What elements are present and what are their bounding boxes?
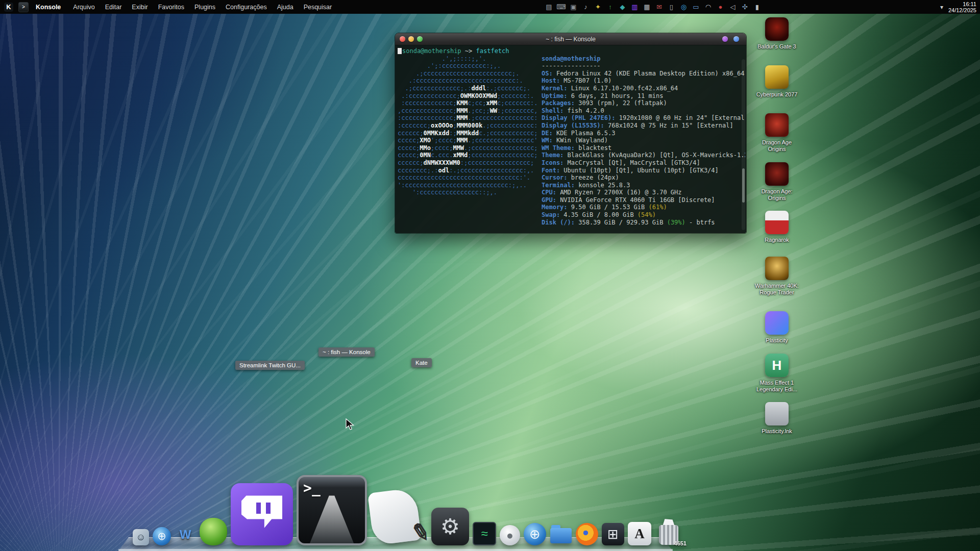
- desktop-icon-dragon-age-origins-2[interactable]: Dragon Age: Origins: [749, 162, 804, 201]
- dock-virtualbox[interactable]: ⊞: [602, 523, 624, 545]
- konsole-window: ~ : fish — Konsole sonda@mothership ~> f…: [395, 33, 747, 234]
- desktop-icon-baldurs-gate-3[interactable]: Baldur's Gate 3: [749, 17, 804, 50]
- trash-count-badge: 4651: [674, 540, 687, 546]
- fastfetch-line: OS: Fedora Linux 42 (KDE Plasma Desktop …: [542, 70, 745, 78]
- dock-trash[interactable]: 4651: [655, 518, 682, 545]
- desktop-icon-label: Cyberpunk 2077: [756, 91, 798, 98]
- desktop-icon-dragon-age-origins[interactable]: Dragon Age Origins: [749, 113, 804, 152]
- tray-printer-icon[interactable]: ▦: [643, 3, 651, 11]
- fastfetch-line: ----------------: [542, 62, 745, 70]
- tray-display-icon[interactable]: ▤: [545, 3, 553, 11]
- desktop-icon-cyberpunk-2077[interactable]: Cyberpunk 2077: [749, 65, 804, 98]
- baldurs-gate-3-icon: [765, 17, 789, 41]
- terminal-cursor: [398, 48, 402, 54]
- fastfetch-line: Icons: MacCrystal [Qt], MacCrystal [GTK3…: [542, 159, 745, 167]
- tray-vault-icon[interactable]: ◆: [618, 3, 627, 11]
- tray-volume-icon[interactable]: ◁: [728, 3, 737, 11]
- dock-web-browser[interactable]: ⊕: [524, 523, 546, 545]
- tray-network-icon[interactable]: ◠: [704, 3, 713, 11]
- text-editor-glyph: A: [634, 526, 645, 542]
- fastfetch-line: Swap: 4.35 GiB / 8.00 GiB (54%): [542, 211, 745, 219]
- tray-kdeconnect-icon[interactable]: ◎: [679, 3, 688, 11]
- terminal-scrollbar[interactable]: [742, 59, 745, 230]
- scrollbar-handle[interactable]: [742, 168, 745, 203]
- wine-app-glyph: W: [180, 528, 191, 542]
- maximize-button[interactable]: [417, 36, 423, 42]
- dock-streamlink-green[interactable]: [200, 518, 227, 545]
- terminal-area[interactable]: sonda@mothership ~> fastfetch .',;::::;,…: [395, 45, 746, 233]
- titlebar-button-purple[interactable]: [722, 36, 728, 42]
- fastfetch-line: Host: MS-7B07 (1.0): [542, 77, 745, 85]
- clock-date: 24/12/2025: [948, 7, 976, 13]
- mouse-cursor: [345, 418, 356, 431]
- menu-item-favoritos[interactable]: Favoritos: [158, 4, 184, 11]
- fastfetch-line: Packages: 3093 (rpm), 22 (flatpak): [542, 99, 745, 107]
- ragnarok-icon: [765, 211, 789, 234]
- menubar-right: ▤⌨▣♪✦↑◆▥▦✉▯◎▭◠●◁✣▮ ▾ 16:11 24/12/2025: [545, 1, 980, 13]
- menu-item-editar[interactable]: Editar: [105, 4, 122, 11]
- close-button[interactable]: [400, 36, 405, 42]
- system-settings-glyph: ⚙: [440, 514, 460, 539]
- dragon-age-origins-2-icon: [765, 162, 789, 186]
- fastfetch-line: Font: Ubuntu (10pt) [Qt], Ubuntu (10pt) …: [542, 167, 745, 174]
- window-titlebar[interactable]: ~ : fish — Konsole: [395, 33, 746, 45]
- tray-media-icon[interactable]: ♪: [581, 3, 590, 11]
- tray-keyboard-icon[interactable]: ⌨: [557, 3, 566, 11]
- tray-email-icon[interactable]: ✉: [655, 3, 664, 11]
- desktop-icon-plasticity[interactable]: Plasticity: [749, 311, 804, 344]
- fastfetch-line: Theme: BlackGlass (KvAquaDark2) [Qt], OS…: [542, 152, 745, 159]
- minimize-button[interactable]: [408, 36, 414, 42]
- dock-system-settings[interactable]: ⚙: [431, 508, 469, 545]
- dock-streamlink-twitch-gui[interactable]: [231, 483, 293, 545]
- fastfetch-line: CPU: AMD Ryzen 7 2700X (16) @ 3.70 GHz: [542, 189, 745, 196]
- dock-system-monitor[interactable]: ≈: [473, 522, 496, 545]
- dock-firefox[interactable]: [576, 523, 598, 545]
- menu-item-plugins[interactable]: Plugins: [194, 4, 215, 11]
- tray-twitch-icon[interactable]: ▥: [630, 3, 639, 11]
- dock-white-app[interactable]: ●: [500, 525, 520, 545]
- desktop-icon-warhammer-40k-rogue-trader[interactable]: Warhammer 40K: Rogue Trader: [749, 257, 804, 295]
- tray-updates-icon[interactable]: ↑: [606, 3, 615, 11]
- desktop-icon-label: Warhammer 40K: Rogue Trader: [755, 283, 799, 295]
- desktop-icon-ragnarok[interactable]: Ragnarok: [749, 211, 804, 243]
- warhammer-40k-rogue-trader-icon: [765, 257, 789, 280]
- desktop-icon-label: Ragnarok: [765, 237, 789, 243]
- tray-steam-icon[interactable]: ●: [716, 3, 725, 11]
- menu-item-arquivo[interactable]: Arquivo: [73, 4, 94, 11]
- tray-phone-icon[interactable]: ▯: [667, 3, 676, 11]
- desktop-icon-plasticity-lnk[interactable]: Plasticity.lnk: [749, 402, 804, 435]
- clock-time: 16:11: [948, 1, 976, 7]
- tray-battery-icon[interactable]: ▮: [753, 3, 762, 11]
- desktop[interactable]: K > Konsole ArquivoEditarExibirFavoritos…: [0, 0, 980, 551]
- tray-bluetooth-icon[interactable]: ✣: [741, 3, 749, 11]
- fastfetch-line: Display (PHL 247E6): 980x551 @ 60 Hz i…: [542, 114, 745, 122]
- desktop-icon-label: Plasticity.lnk: [762, 428, 792, 435]
- dock-wine-app[interactable]: W: [175, 524, 196, 545]
- virtualbox-glyph: ⊞: [607, 527, 619, 542]
- tray-expander-icon[interactable]: ▾: [940, 4, 943, 11]
- dock-finder[interactable]: ☺: [133, 529, 149, 545]
- fastfetch-line: Disk (/): 358.39 GiB / 929.93 GiB (39%) …: [542, 219, 745, 227]
- tray-clipboard-icon[interactable]: ▣: [569, 3, 578, 11]
- prompt-command: fastfetch: [476, 47, 509, 55]
- menu-item-pesquisar[interactable]: Pesquisar: [304, 4, 332, 11]
- dock-text-editor[interactable]: A: [628, 522, 651, 545]
- tray-notifications-icon[interactable]: ✦: [594, 3, 602, 11]
- menu-item-configura-es[interactable]: Configurações: [226, 4, 267, 11]
- dock-browser[interactable]: ⊕: [153, 527, 171, 545]
- menu-item-exibir[interactable]: Exibir: [132, 4, 148, 11]
- fastfetch-info: sonda@mothership----------------OS: Fedo…: [542, 55, 745, 227]
- dock-kate[interactable]: ✎: [371, 488, 428, 545]
- dock-dolphin-folder[interactable]: [550, 523, 572, 545]
- tray-monitor-icon[interactable]: ▭: [692, 3, 700, 11]
- dock-konsole[interactable]: >_: [297, 475, 367, 545]
- kde-logo-icon[interactable]: K: [4, 3, 13, 12]
- titlebar-button-blue[interactable]: [733, 36, 739, 42]
- tooltip-kate: Kate: [411, 358, 432, 367]
- desktop-icon-mass-effect-1[interactable]: HMass Effect 1 Legendary Edi...: [749, 354, 804, 392]
- clock[interactable]: 16:11 24/12/2025: [948, 1, 980, 13]
- tooltip-konsole: ~ : fish — Konsole: [318, 347, 375, 357]
- desktop-icon-label: Dragon Age Origins: [762, 139, 792, 152]
- konsole-app-icon[interactable]: >: [18, 2, 29, 12]
- menu-item-ajuda[interactable]: Ajuda: [277, 4, 293, 11]
